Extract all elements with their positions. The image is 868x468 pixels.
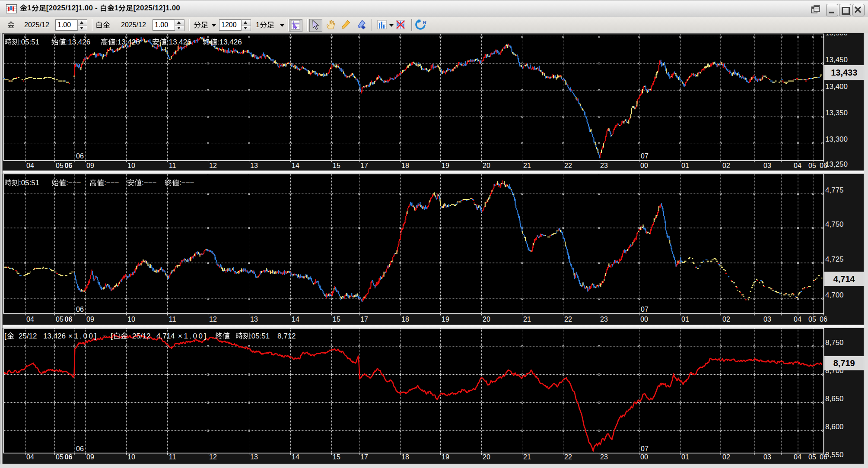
svg-text:18: 18	[401, 316, 409, 323]
svg-text:07: 07	[641, 306, 649, 313]
svg-text:21: 21	[523, 316, 531, 323]
svg-text:05: 05	[56, 453, 64, 461]
svg-text:4,750: 4,750	[825, 220, 844, 228]
svg-text:06: 06	[76, 445, 84, 452]
svg-text:25/12: 25/12	[132, 332, 151, 340]
svg-text:04: 04	[26, 162, 34, 169]
svg-text:13,250: 13,250	[825, 160, 848, 168]
svg-text:4,700: 4,700	[825, 291, 844, 299]
svg-text:09: 09	[86, 162, 94, 169]
svg-text:18: 18	[401, 162, 409, 169]
svg-text:×1.00]: ×1.00]	[68, 332, 98, 340]
svg-text:20: 20	[483, 453, 490, 461]
svg-text:07: 07	[641, 152, 649, 160]
svg-text:10: 10	[127, 162, 135, 169]
svg-text:05: 05	[56, 162, 64, 169]
svg-text:12: 12	[209, 316, 217, 323]
svg-text:06: 06	[65, 162, 73, 169]
svg-text::−−−: :−−−	[104, 179, 119, 187]
svg-text:4,714: 4,714	[833, 274, 855, 284]
svg-text::05:51: :05:51	[19, 38, 39, 46]
svg-text:02: 02	[722, 453, 730, 461]
svg-text:05: 05	[808, 453, 816, 461]
svg-text:11: 11	[169, 162, 176, 169]
svg-text::05:51: :05:51	[249, 332, 270, 340]
svg-text:06: 06	[65, 453, 73, 461]
svg-text:15: 15	[333, 162, 340, 169]
svg-text:19: 19	[442, 453, 449, 461]
svg-text:15: 15	[333, 453, 340, 461]
svg-text:11: 11	[169, 316, 176, 323]
svg-text:01: 01	[681, 316, 689, 323]
svg-text:06: 06	[65, 316, 73, 323]
svg-text:13,350: 13,350	[825, 109, 848, 117]
svg-text:00: 00	[640, 162, 648, 169]
svg-text:03: 03	[763, 453, 771, 461]
svg-text:11: 11	[169, 453, 176, 461]
svg-text:09: 09	[86, 453, 94, 461]
svg-text::13,426: :13,426	[115, 38, 140, 46]
svg-text:06: 06	[820, 453, 827, 461]
svg-text:00: 00	[640, 453, 648, 461]
svg-text:23: 23	[600, 316, 608, 323]
svg-text:17: 17	[360, 316, 368, 323]
svg-text:22: 22	[564, 162, 572, 169]
svg-text:13,300: 13,300	[825, 135, 848, 143]
svg-text:13: 13	[250, 316, 258, 323]
svg-text:[: [	[111, 332, 113, 340]
svg-text:22: 22	[564, 316, 572, 323]
svg-text:13,433: 13,433	[831, 68, 857, 77]
svg-text:10: 10	[127, 453, 135, 461]
svg-text:02: 02	[722, 162, 730, 169]
svg-text:06: 06	[820, 316, 827, 323]
svg-text:06: 06	[76, 152, 84, 160]
svg-text:8,600: 8,600	[825, 423, 844, 431]
svg-text:×1.00]: ×1.00]	[178, 332, 208, 340]
svg-text:8,750: 8,750	[825, 338, 844, 347]
svg-text:25/12: 25/12	[19, 332, 37, 340]
svg-text::13,426: :13,426	[217, 38, 242, 46]
svg-text::−−−: :−−−	[179, 179, 194, 187]
svg-text::−−−: :−−−	[142, 179, 157, 187]
svg-text:06: 06	[820, 162, 827, 169]
svg-text:17: 17	[360, 162, 368, 169]
svg-text:01: 01	[681, 453, 689, 461]
svg-text:8,712: 8,712	[277, 332, 296, 340]
svg-text:17: 17	[360, 453, 368, 461]
svg-text:03: 03	[763, 316, 771, 323]
svg-text:8,719: 8,719	[833, 358, 855, 368]
svg-text:06: 06	[76, 306, 84, 313]
svg-text:04: 04	[794, 453, 801, 461]
svg-text:4,775: 4,775	[825, 186, 844, 194]
svg-text:05: 05	[808, 162, 816, 169]
svg-text::05:51: :05:51	[19, 179, 39, 187]
svg-text:23: 23	[600, 162, 608, 169]
svg-text:19: 19	[442, 316, 449, 323]
svg-text::13,426: :13,426	[167, 38, 191, 46]
svg-text:14: 14	[292, 162, 299, 169]
svg-text:04: 04	[794, 316, 801, 323]
svg-text:21: 21	[523, 162, 531, 169]
svg-text:13: 13	[250, 162, 258, 169]
svg-text:13,450: 13,450	[825, 56, 848, 64]
svg-text:20: 20	[483, 162, 490, 169]
svg-text:13,400: 13,400	[825, 82, 848, 91]
svg-text:14: 14	[292, 316, 299, 323]
svg-text:12: 12	[209, 453, 217, 461]
svg-text:18: 18	[401, 453, 409, 461]
svg-text:13: 13	[250, 453, 258, 461]
svg-text:4,714: 4,714	[156, 332, 175, 340]
svg-text:05: 05	[56, 316, 64, 323]
svg-text:05: 05	[808, 316, 816, 323]
svg-text:04: 04	[794, 162, 801, 169]
svg-text:03: 03	[763, 162, 771, 169]
svg-text:13,500: 13,500	[825, 29, 848, 37]
svg-text:[: [	[4, 332, 6, 340]
svg-text:13,426: 13,426	[43, 332, 66, 340]
svg-text:04: 04	[26, 453, 34, 461]
svg-text:14: 14	[292, 453, 299, 461]
svg-text:10: 10	[127, 316, 135, 323]
svg-text:22: 22	[564, 453, 572, 461]
svg-text:15: 15	[333, 316, 340, 323]
svg-text:02: 02	[722, 316, 730, 323]
